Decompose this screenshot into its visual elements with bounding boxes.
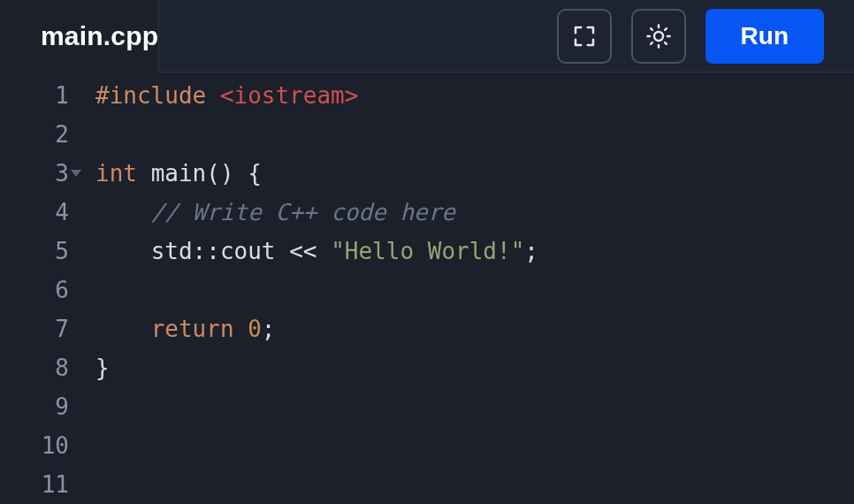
code-token: () { (206, 160, 262, 187)
toolbar: Run (158, 0, 854, 73)
code-line[interactable] (95, 426, 854, 465)
svg-point-0 (654, 32, 663, 41)
code-token: :: (193, 238, 220, 264)
line-number: 2 (0, 115, 69, 154)
code-token: // Write C++ code here (151, 199, 455, 225)
theme-toggle-button[interactable] (631, 9, 686, 64)
code-token: int (95, 160, 137, 187)
sun-icon (645, 23, 672, 50)
code-token: std (151, 238, 193, 264)
line-number: 1 (0, 76, 69, 115)
code-line[interactable] (95, 387, 854, 426)
code-line[interactable]: // Write C++ code here (95, 193, 854, 232)
line-number: 11 (0, 465, 69, 504)
code-token: << (276, 238, 332, 264)
code-line[interactable]: int main() { (95, 154, 854, 193)
code-line[interactable] (95, 271, 854, 309)
code-token: return (151, 316, 234, 342)
line-number-gutter: 1234567891011 (0, 76, 80, 504)
topbar: main.cpp Run (0, 0, 854, 73)
code-token: main (151, 160, 207, 187)
code-line[interactable]: std::cout << "Hello World!"; (95, 232, 854, 271)
file-tab-title: main.cpp (41, 21, 158, 51)
code-token (95, 199, 151, 225)
code-token: #include (95, 82, 206, 109)
code-token (95, 316, 151, 342)
fullscreen-button[interactable] (557, 9, 612, 64)
code-editor[interactable]: 1234567891011 #include <iostream>int mai… (0, 73, 854, 504)
line-number: 10 (0, 426, 69, 465)
file-tab[interactable]: main.cpp (0, 0, 158, 73)
line-number: 8 (0, 348, 69, 387)
line-number: 5 (0, 232, 69, 271)
line-number: 4 (0, 193, 69, 232)
line-number: 7 (0, 309, 69, 348)
code-line[interactable] (95, 115, 854, 154)
code-line[interactable]: } (95, 348, 854, 387)
code-line[interactable]: #include <iostream> (95, 76, 854, 115)
code-token: ; (524, 238, 538, 264)
line-number: 9 (0, 387, 69, 426)
fold-chevron-icon[interactable] (71, 170, 81, 177)
code-token: 0 (248, 316, 262, 342)
line-number: 6 (0, 271, 69, 309)
code-line[interactable] (95, 465, 854, 504)
run-button[interactable]: Run (705, 9, 824, 64)
code-token: cout (220, 238, 276, 264)
code-line[interactable]: return 0; (95, 309, 854, 348)
line-number: 3 (0, 154, 69, 193)
code-token (234, 316, 248, 342)
code-token: } (95, 355, 110, 381)
code-editor-app: main.cpp Run 1234567891011 #include <ios… (0, 0, 854, 504)
code-token (95, 238, 151, 264)
fullscreen-icon (571, 23, 598, 50)
code-token: <iostream> (220, 82, 359, 109)
code-token: "Hello World!" (331, 238, 524, 264)
code-area[interactable]: #include <iostream>int main() { // Write… (80, 76, 854, 504)
code-token: ; (262, 316, 276, 342)
code-token (206, 82, 220, 109)
code-token (137, 160, 151, 187)
